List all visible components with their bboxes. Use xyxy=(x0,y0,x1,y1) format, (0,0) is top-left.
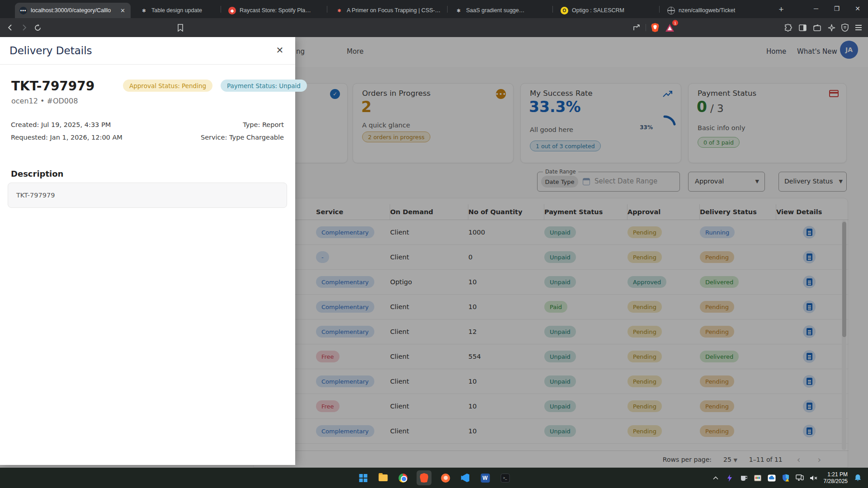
raycast-favicon: ◆ xyxy=(228,7,236,14)
wallet-icon[interactable] xyxy=(811,22,823,33)
delivery-details-drawer: Delivery Details ✕ TKT-797979 ocen12 • #… xyxy=(0,37,295,465)
share-icon[interactable] xyxy=(631,22,642,33)
created-text: Created: Jul 19, 2025, 4:33 PM xyxy=(11,121,111,128)
tab-title: Table design update xyxy=(151,7,212,14)
tab-localhost-calllog[interactable]: ••• localhost:3000/0/category/Calllo ✕ xyxy=(15,3,131,18)
tab-css-tricks[interactable]: ✱ A Primer on Focus Trapping | CSS-Tri xyxy=(331,3,445,18)
tray-coffee-cup-icon[interactable] xyxy=(740,474,748,482)
tray-network-icon[interactable] xyxy=(796,474,804,482)
css-tricks-favicon: ✱ xyxy=(335,7,343,14)
orders-page: ng More Home What's New JA ✓ Orders in P… xyxy=(0,37,868,468)
description-field[interactable]: TKT-797979 xyxy=(8,183,287,208)
start-button[interactable] xyxy=(357,472,369,484)
payment-status-chip: Payment Status: Unpaid xyxy=(221,80,307,92)
drawer-title: Delivery Details xyxy=(9,45,92,56)
tray-security-shield-icon[interactable] xyxy=(782,474,790,482)
reload-icon[interactable] xyxy=(32,22,43,33)
tab-title: A Primer on Focus Trapping | CSS-Tri xyxy=(347,7,441,14)
bookmark-icon[interactable] xyxy=(175,22,186,33)
globe-favicon xyxy=(667,7,675,14)
browser-tab-bar: ••• localhost:3000/0/category/Calllo ✕ ✻… xyxy=(0,0,868,18)
requested-text: Requested: Jan 1, 2026, 12:00 AM xyxy=(11,134,123,141)
tab-title: nzen/calllogweb/Ticket xyxy=(679,7,742,14)
tab-saas-gradient[interactable]: ✻ SaaS gradient suggestions xyxy=(450,3,530,18)
vscode-icon[interactable] xyxy=(459,472,472,484)
service-text: Service: Type Chargeable xyxy=(201,134,284,141)
postman-icon[interactable] xyxy=(439,472,452,484)
brave-shield-icon[interactable] xyxy=(649,22,661,33)
tray-volume-muted-icon[interactable] xyxy=(810,474,818,482)
tray-lightning-icon[interactable] xyxy=(726,474,734,482)
tray-chevron-up-icon[interactable] xyxy=(712,474,720,482)
sidebar-icon[interactable] xyxy=(797,22,808,33)
notification-bell-icon[interactable] xyxy=(854,474,862,482)
optigo-favicon: O xyxy=(561,7,568,14)
vpn-shield-icon[interactable] xyxy=(839,22,851,33)
file-explorer-icon[interactable] xyxy=(377,472,389,484)
tab-title: SaaS gradient suggestions xyxy=(466,7,525,14)
tab-nzen-ticket[interactable]: nzen/calllogweb/Ticket xyxy=(663,3,747,18)
back-icon[interactable] xyxy=(5,22,16,33)
extensions-icon[interactable] xyxy=(782,22,794,33)
new-tab-button[interactable]: + xyxy=(775,4,787,15)
tab-title: Optigo : SALESCRM xyxy=(572,7,625,14)
type-text: Type: Report xyxy=(243,121,284,128)
chrome-icon[interactable] xyxy=(397,472,409,484)
localhost-favicon: ••• xyxy=(19,7,27,14)
taskbar-clock[interactable]: 1:21 PM 7/28/2025 xyxy=(824,471,848,485)
clock-time: 1:21 PM xyxy=(824,471,848,478)
window-minimize-button[interactable]: ─ xyxy=(806,0,826,17)
tray-cloud-icon[interactable] xyxy=(768,474,776,482)
forward-icon[interactable] xyxy=(18,22,30,33)
screen: ••• localhost:3000/0/category/Calllo ✕ ✻… xyxy=(0,0,868,488)
window-close-button[interactable]: ✕ xyxy=(847,0,868,17)
terminal-icon[interactable]: >_ xyxy=(499,472,511,484)
tab-close-icon[interactable]: ✕ xyxy=(119,7,126,14)
leo-ai-icon[interactable] xyxy=(826,22,837,33)
word-icon[interactable]: W xyxy=(479,472,491,484)
tab-title: Raycast Store: Spotify Player xyxy=(240,7,313,14)
menu-icon[interactable] xyxy=(853,22,864,33)
browser-toolbar: i localhost:3000/2/category/Orders 1 xyxy=(0,18,868,37)
rewards-badge: 1 xyxy=(672,20,678,26)
drawer-header: Delivery Details ✕ xyxy=(0,37,295,65)
tab-table-design[interactable]: ✻ Table design update xyxy=(136,3,217,18)
brave-icon[interactable] xyxy=(417,470,432,485)
tab-title: localhost:3000/0/category/Calllo xyxy=(31,7,116,14)
approval-status-chip: Approval Status: Pending xyxy=(123,80,212,92)
description-label: Description xyxy=(11,169,63,178)
close-icon[interactable]: ✕ xyxy=(273,43,287,57)
tray-screenshot-icon[interactable] xyxy=(754,474,762,482)
window-maximize-button[interactable]: ❐ xyxy=(826,0,847,17)
ticket-id: TKT-797979 xyxy=(11,79,94,94)
chatgpt-favicon: ✻ xyxy=(455,7,462,14)
ticket-subtitle: ocen12 • #OD008 xyxy=(11,97,78,105)
tab-raycast[interactable]: ◆ Raycast Store: Spotify Player xyxy=(224,3,317,18)
tab-optigo[interactable]: O Optigo : SALESCRM xyxy=(556,3,629,18)
chatgpt-favicon: ✻ xyxy=(140,7,148,14)
clock-date: 7/28/2025 xyxy=(824,478,848,485)
brave-rewards-icon[interactable]: 1 xyxy=(664,22,675,33)
windows-taskbar: W >_ xyxy=(0,468,868,488)
